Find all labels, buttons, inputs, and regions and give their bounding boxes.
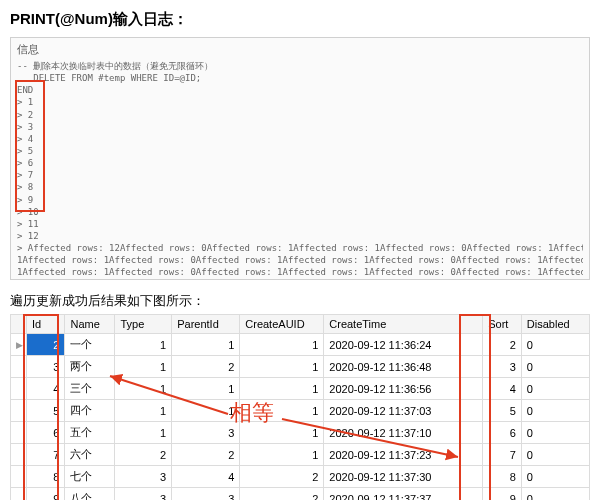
cell-createauid[interactable]: 1 [240, 356, 324, 378]
cell-sort[interactable]: 4 [483, 378, 522, 400]
cell-createauid[interactable]: 1 [240, 444, 324, 466]
cell-parentid[interactable]: 1 [172, 400, 240, 422]
log-body: -- 删除本次换临时表中的数据（避免无限循环） DELETE FROM #tem… [17, 60, 583, 275]
col-header[interactable]: ParentId [172, 315, 240, 334]
cell-id[interactable]: 2 [26, 334, 65, 356]
cell-disabled[interactable]: 0 [521, 444, 589, 466]
col-header[interactable]: Id [26, 315, 65, 334]
cell-parentid[interactable]: 1 [172, 378, 240, 400]
cell-id[interactable]: 8 [26, 466, 65, 488]
cell-name[interactable]: 两个 [65, 356, 115, 378]
table-header-row: Id Name Type ParentId CreateAUID CreateT… [11, 315, 590, 334]
cell-name[interactable]: 四个 [65, 400, 115, 422]
result-table: Id Name Type ParentId CreateAUID CreateT… [10, 314, 590, 500]
col-header[interactable]: Sort [483, 315, 522, 334]
cell-name[interactable]: 七个 [65, 466, 115, 488]
cell-type[interactable]: 1 [115, 334, 172, 356]
col-header[interactable]: Name [65, 315, 115, 334]
result-caption: 遍历更新成功后结果如下图所示： [10, 292, 590, 310]
cell-parentid[interactable]: 4 [172, 466, 240, 488]
cell-id[interactable]: 9 [26, 488, 65, 501]
cell-id[interactable]: 6 [26, 422, 65, 444]
cell-disabled[interactable]: 0 [521, 334, 589, 356]
cell-id[interactable]: 4 [26, 378, 65, 400]
cell-createtime[interactable]: 2020-09-12 11:37:23 [324, 444, 483, 466]
cell-parentid[interactable]: 3 [172, 488, 240, 501]
page-title: PRINT(@Num)输入日志： [10, 10, 590, 29]
cell-name[interactable]: 五个 [65, 422, 115, 444]
cell-id[interactable]: 5 [26, 400, 65, 422]
cell-disabled[interactable]: 0 [521, 356, 589, 378]
cell-name[interactable]: 三个 [65, 378, 115, 400]
cell-createtime[interactable]: 2020-09-12 11:36:48 [324, 356, 483, 378]
table-row[interactable]: 8七个3422020-09-12 11:37:3080 [11, 466, 590, 488]
row-indicator [11, 466, 27, 488]
cell-sort[interactable]: 7 [483, 444, 522, 466]
row-indicator [11, 488, 27, 501]
cell-createauid[interactable]: 1 [240, 378, 324, 400]
result-table-wrap: Id Name Type ParentId CreateAUID CreateT… [10, 314, 590, 500]
cell-sort[interactable]: 2 [483, 334, 522, 356]
table-row[interactable]: 5四个1112020-09-12 11:37:0350 [11, 400, 590, 422]
cell-createauid[interactable]: 2 [240, 488, 324, 501]
cell-createtime[interactable]: 2020-09-12 11:36:56 [324, 378, 483, 400]
table-row[interactable]: 9八个3322020-09-12 11:37:3790 [11, 488, 590, 501]
cell-sort[interactable]: 9 [483, 488, 522, 501]
cell-createauid[interactable]: 1 [240, 400, 324, 422]
col-header[interactable]: Disabled [521, 315, 589, 334]
cell-type[interactable]: 1 [115, 378, 172, 400]
cell-parentid[interactable]: 2 [172, 444, 240, 466]
table-row[interactable]: 4三个1112020-09-12 11:36:5640 [11, 378, 590, 400]
table-row[interactable]: 7六个2212020-09-12 11:37:2370 [11, 444, 590, 466]
table-row[interactable]: ▶2一个1112020-09-12 11:36:2420 [11, 334, 590, 356]
cell-createauid[interactable]: 2 [240, 466, 324, 488]
cell-disabled[interactable]: 0 [521, 378, 589, 400]
cell-createtime[interactable]: 2020-09-12 11:37:30 [324, 466, 483, 488]
cell-name[interactable]: 八个 [65, 488, 115, 501]
cell-name[interactable]: 一个 [65, 334, 115, 356]
cell-disabled[interactable]: 0 [521, 422, 589, 444]
cell-createtime[interactable]: 2020-09-12 11:36:24 [324, 334, 483, 356]
col-header[interactable]: CreateTime [324, 315, 483, 334]
cell-createtime[interactable]: 2020-09-12 11:37:10 [324, 422, 483, 444]
cell-createtime[interactable]: 2020-09-12 11:37:37 [324, 488, 483, 501]
cell-parentid[interactable]: 3 [172, 422, 240, 444]
cell-disabled[interactable]: 0 [521, 400, 589, 422]
col-header[interactable]: CreateAUID [240, 315, 324, 334]
cell-disabled[interactable]: 0 [521, 488, 589, 501]
cell-type[interactable]: 2 [115, 444, 172, 466]
cell-id[interactable]: 3 [26, 356, 65, 378]
row-indicator [11, 422, 27, 444]
row-indicator [11, 356, 27, 378]
cell-sort[interactable]: 5 [483, 400, 522, 422]
cell-createauid[interactable]: 1 [240, 334, 324, 356]
cell-id[interactable]: 7 [26, 444, 65, 466]
cell-parentid[interactable]: 1 [172, 334, 240, 356]
cell-parentid[interactable]: 2 [172, 356, 240, 378]
row-indicator [11, 378, 27, 400]
cell-disabled[interactable]: 0 [521, 466, 589, 488]
cell-sort[interactable]: 6 [483, 422, 522, 444]
col-header[interactable]: Type [115, 315, 172, 334]
cell-name[interactable]: 六个 [65, 444, 115, 466]
cell-sort[interactable]: 8 [483, 466, 522, 488]
cell-type[interactable]: 3 [115, 488, 172, 501]
cell-type[interactable]: 1 [115, 400, 172, 422]
table-row[interactable]: 3两个1212020-09-12 11:36:4830 [11, 356, 590, 378]
cell-createauid[interactable]: 1 [240, 422, 324, 444]
log-panel: 信息 -- 删除本次换临时表中的数据（避免无限循环） DELETE FROM #… [10, 37, 590, 280]
cell-createtime[interactable]: 2020-09-12 11:37:03 [324, 400, 483, 422]
table-row[interactable]: 6五个1312020-09-12 11:37:1060 [11, 422, 590, 444]
cell-sort[interactable]: 3 [483, 356, 522, 378]
row-indicator [11, 444, 27, 466]
row-indicator [11, 400, 27, 422]
log-tab-label: 信息 [17, 42, 583, 57]
cell-type[interactable]: 1 [115, 356, 172, 378]
row-indicator: ▶ [11, 334, 27, 356]
cell-type[interactable]: 3 [115, 466, 172, 488]
cell-type[interactable]: 1 [115, 422, 172, 444]
